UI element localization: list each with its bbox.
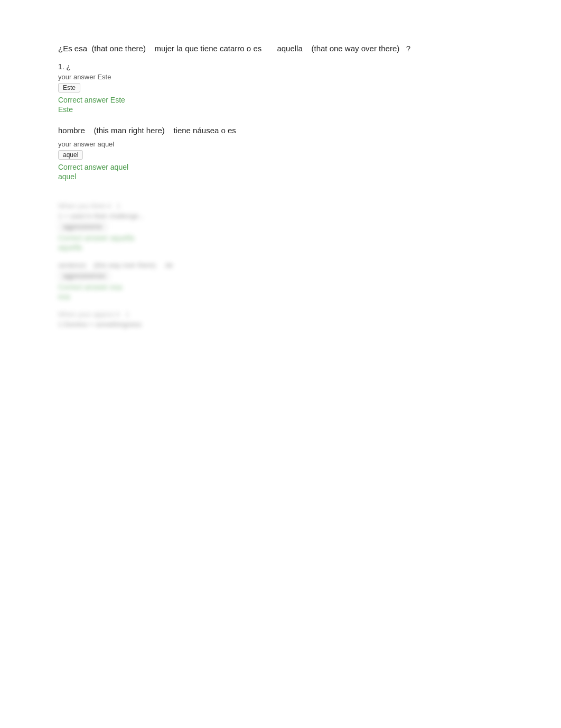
sentence-trans3: (that one way over there): [311, 44, 399, 53]
blurred-block-2: sentence (this way over there) de aggres…: [58, 261, 503, 301]
q2-part1: hombre: [58, 126, 85, 135]
blurred-tag-1: aggressiveme: [58, 222, 107, 232]
answer-tag-2: aquel: [58, 150, 83, 160]
blurred-block-1: When you think it 1 1 + used in their ch…: [58, 202, 503, 252]
blurred-sentence-1: 1 + used in their challenge...: [58, 212, 503, 220]
blurred-section: When you think it 1 1 + used in their ch…: [58, 202, 503, 328]
blurred-tag-2: aggressivenow: [58, 271, 110, 281]
blurred-block-3: When your approx it 1 1 Domino + somethi…: [58, 310, 503, 328]
question-number-1: 1. ¿: [58, 62, 503, 71]
correct-answer-label-2: Correct answer aquel: [58, 163, 503, 171]
sentence-trans1: (that one there): [91, 44, 146, 53]
blurred-sentence-3: 1 Domino + somethingness: [58, 320, 503, 328]
q2-part2: tiene náusea o es: [173, 126, 236, 135]
main-sentence: ¿Es esa (that one there) mujer la que ti…: [58, 42, 503, 55]
correct-answer-value-2: aquel: [58, 172, 503, 181]
sentence-part1: ¿Es esa: [58, 44, 87, 53]
correct-answer-value-1: Este: [58, 105, 503, 114]
correct-answer-label-1: Correct answer Este: [58, 96, 503, 104]
blurred-label-3: When your approx it 1: [58, 310, 503, 318]
question-block-1: 1. ¿ your answer Este Este Correct answe…: [58, 62, 503, 114]
sentence-end: ?: [406, 44, 410, 53]
sentence-part3: aquella: [277, 44, 302, 53]
your-answer-label-1: your answer Este: [58, 73, 503, 81]
blurred-correct-label-1: Correct answer aquella: [58, 234, 503, 242]
your-answer-label-2: your answer aquel: [58, 140, 503, 148]
blurred-sentence-2: sentence (this way over there) de: [58, 261, 503, 269]
sentence-part2: mujer la que tiene catarro o es: [155, 44, 262, 53]
answer-tag-1: Este: [58, 83, 80, 93]
question-block-2: hombre (this man right here) tiene náuse…: [58, 124, 503, 181]
blurred-correct-value-1: aquella: [58, 243, 503, 252]
blurred-correct-value-2: esa: [58, 292, 503, 301]
blurred-label-1: When you think it 1: [58, 202, 503, 210]
blurred-correct-label-2: Correct answer esa: [58, 283, 503, 291]
q2-trans: (this man right here): [94, 126, 165, 135]
question-2-sentence: hombre (this man right here) tiene náuse…: [58, 124, 503, 137]
